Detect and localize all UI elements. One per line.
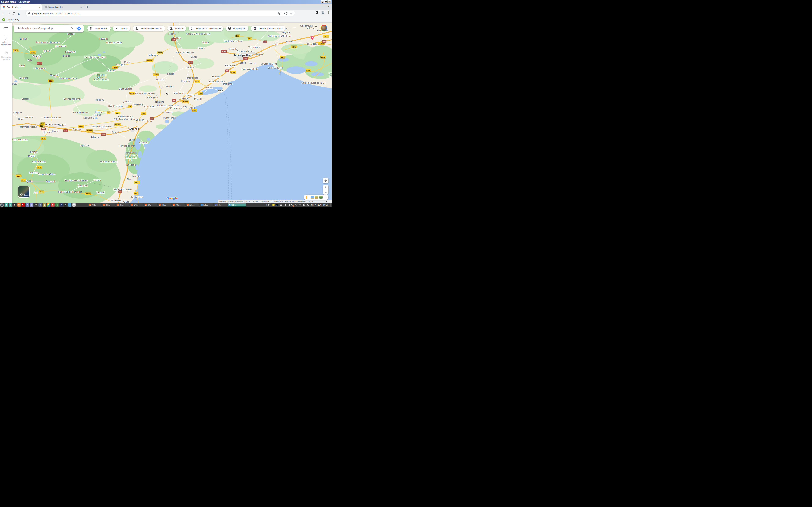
screenshot-icon[interactable]: ◉: [39, 203, 42, 207]
tab-close-icon[interactable]: ×: [80, 6, 82, 8]
clipboard-icon[interactable]: !: [287, 204, 290, 207]
sidebar-item-saved[interactable]: Adresses enregistrées: [1, 37, 12, 45]
chip-restaurants[interactable]: Restaurants: [87, 25, 111, 31]
minimize-button[interactable]: [321, 0, 324, 3]
menu-hamburger-icon[interactable]: [4, 27, 8, 31]
zoom-in-button[interactable]: +: [325, 185, 326, 189]
close-button[interactable]: ×: [328, 0, 331, 3]
display-settings-icon[interactable]: [268, 204, 271, 207]
new-tab-button[interactable]: +: [86, 5, 89, 8]
attribution-link[interactable]: Conditions: [261, 201, 269, 203]
forward-button[interactable]: →: [8, 12, 10, 15]
layers-button[interactable]: Calques: [18, 186, 30, 198]
menu-kebab-icon[interactable]: ⋮: [327, 11, 330, 14]
sidebar-item-label: Adresses enregistrées: [1, 41, 12, 45]
chip-pharmacies[interactable]: Pharmacies: [226, 25, 249, 31]
apps-grid-icon[interactable]: [314, 26, 317, 30]
chip-h-tels[interactable]: Hôtels: [113, 25, 131, 31]
tab-google-maps[interactable]: Google Maps ×: [1, 4, 42, 10]
audio-player-icon[interactable]: ∩: [60, 203, 63, 207]
taskbar-window[interactable]: ◉[Au...: [172, 203, 185, 207]
show-desktop-corner[interactable]: [330, 203, 331, 207]
mail-icon[interactable]: ✉: [26, 203, 29, 207]
clock[interactable]: jeu. 20 avril, 14:57: [311, 204, 328, 206]
phone-icon[interactable]: ▯: [55, 203, 59, 207]
system-monitor-icon[interactable]: [276, 204, 278, 207]
bookmark-star-icon[interactable]: ☆: [290, 12, 292, 15]
color-picker-icon[interactable]: ∧: [47, 203, 50, 207]
volume-icon[interactable]: [303, 204, 305, 207]
taskbar-window[interactable]: ◉[Fil...: [158, 203, 171, 207]
maximize-button[interactable]: [324, 0, 327, 3]
photo-thumbnail[interactable]: [315, 196, 318, 199]
notes-icon[interactable]: [272, 204, 275, 207]
chip-distributeurs-de-billets[interactable]: ATMDistributeurs de billets: [251, 25, 285, 31]
taskbar-window[interactable]: Go...: [228, 203, 246, 207]
chip-label: Distributeurs de billets: [259, 27, 283, 30]
search-input[interactable]: [17, 27, 70, 30]
wifi-icon[interactable]: [295, 204, 298, 207]
tab-close-icon[interactable]: ×: [39, 6, 41, 8]
power-manager-icon[interactable]: §: [43, 203, 46, 207]
community-bookmark[interactable]: Community: [7, 18, 19, 21]
photo-thumbnail[interactable]: [311, 196, 314, 199]
taskbar-window[interactable]: ✉3 r...: [214, 203, 227, 207]
pegman-icon[interactable]: [306, 196, 308, 199]
share-icon[interactable]: [284, 12, 287, 15]
attribution-link[interactable]: Envoyer des commentaires: [285, 201, 306, 203]
filezilla-icon[interactable]: Fz: [21, 203, 25, 207]
taskbar-window[interactable]: ◉[O...: [144, 203, 157, 207]
search-icon[interactable]: [70, 27, 73, 30]
reload-button[interactable]: [12, 12, 15, 15]
app-icon-orange: ◉: [89, 204, 91, 206]
attribution-link[interactable]: Confidentialité: [272, 201, 283, 203]
shield-icon[interactable]: [291, 204, 294, 207]
directions-icon[interactable]: [77, 26, 81, 31]
taskbar-window[interactable]: Edi...: [200, 203, 213, 207]
attribution-link[interactable]: France: [253, 201, 258, 203]
home-button[interactable]: ⌂: [18, 12, 20, 15]
side-panel-icon[interactable]: [316, 11, 318, 13]
window-titlebar[interactable]: Google Maps – Chromium ×: [0, 0, 332, 4]
tab-search-chevron-icon[interactable]: ∨: [328, 5, 329, 8]
account-avatar[interactable]: [320, 25, 327, 32]
search-box[interactable]: [14, 25, 84, 32]
chevrons-icon[interactable]: »: [64, 203, 67, 207]
tab-nouvel-onglet[interactable]: Nouvel onglet ×: [43, 4, 84, 10]
battery-icon[interactable]: [284, 204, 286, 207]
profile-avatar-icon[interactable]: [321, 11, 324, 14]
taskbar-window[interactable]: ◉[Co...: [88, 203, 101, 207]
chip-mus-es[interactable]: Musées: [167, 25, 186, 31]
terminal-icon[interactable]: $_: [13, 203, 16, 207]
collapse-chevrons-icon[interactable]: ∧∧: [325, 196, 327, 199]
chip-activit-s-d-couvrir[interactable]: Activités à découvrir: [133, 25, 165, 31]
saved-place-pin[interactable]: ♥: [311, 36, 314, 41]
calculator-icon[interactable]: ±: [34, 203, 38, 207]
photo-thumbnail[interactable]: [319, 196, 323, 199]
show-desktop-icon[interactable]: ▣: [5, 203, 8, 207]
zoom-out-button[interactable]: −: [324, 190, 327, 194]
install-icon[interactable]: [278, 12, 281, 15]
taskbar-window[interactable]: ◉[Ne...: [102, 203, 115, 207]
back-button[interactable]: ←: [3, 12, 5, 15]
taskbar-window[interactable]: ◉[De...: [130, 203, 143, 207]
mint-menu-icon[interactable]: lm: [0, 203, 4, 207]
chip-transports-en-commun[interactable]: Transports en commun: [189, 25, 223, 31]
bluetooth-icon[interactable]: [280, 204, 282, 207]
keyboard-layout-indicator[interactable]: fr: [266, 204, 267, 206]
my-location-button[interactable]: [323, 178, 328, 183]
taskbar-window[interactable]: ◉[Sa...: [116, 203, 129, 207]
sidebar-item-recent[interactable]: Recherches récentes: [1, 51, 12, 60]
taskbar-window-label: [De...: [134, 204, 138, 206]
files-icon[interactable]: ▤: [9, 203, 12, 207]
backup-icon[interactable]: [299, 204, 301, 207]
url-bar[interactable]: google.fr/maps/@43.2807671,3.2662212,10z…: [26, 11, 295, 16]
xxx-icon[interactable]: xx: [72, 203, 76, 207]
taskbar-window[interactable]: ◉a.P...: [186, 203, 199, 207]
media-player-icon[interactable]: ▶: [51, 203, 55, 207]
microphone-icon[interactable]: [306, 204, 309, 207]
firefox-icon[interactable]: ●: [17, 203, 21, 207]
document-viewer-icon[interactable]: ▤: [30, 203, 34, 207]
cloud-icon[interactable]: ☁: [68, 203, 71, 207]
taskbar-window-label: [Fil...: [161, 204, 166, 206]
